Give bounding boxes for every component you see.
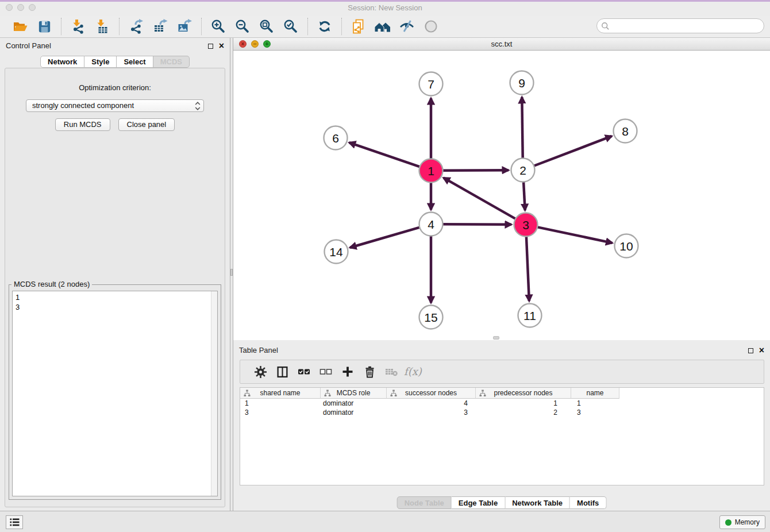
graph-edge-2-3[interactable] — [523, 182, 525, 210]
float-table-panel-icon[interactable] — [748, 348, 753, 353]
close-window-button[interactable] — [6, 4, 13, 11]
graph-edge-2-8[interactable] — [534, 136, 612, 166]
graph-edge-3-10[interactable] — [538, 227, 613, 242]
network-minimize-button[interactable]: – — [251, 40, 259, 48]
tab-motifs[interactable]: Motifs — [570, 496, 606, 509]
network-close-button[interactable]: × — [239, 40, 247, 48]
graph-node-7[interactable]: 7 — [419, 72, 443, 96]
column-header-name[interactable]: name — [571, 388, 619, 399]
graph-node-11[interactable]: 11 — [518, 304, 542, 327]
graph-node-3[interactable]: 3 — [514, 213, 538, 237]
optimization-criterion-select[interactable]: strongly connected component — [26, 99, 204, 112]
svg-text:3: 3 — [522, 218, 529, 232]
graph-edge-1-2[interactable] — [443, 170, 509, 171]
search-field[interactable] — [596, 18, 764, 33]
split-columns-button[interactable] — [271, 362, 293, 381]
table-cell[interactable]: 4 — [387, 399, 476, 408]
column-header-predecessor-nodes[interactable]: predecessor nodes — [476, 388, 571, 399]
tab-mcds[interactable]: MCDS — [153, 56, 190, 68]
run-mcds-button[interactable]: Run MCDS — [55, 118, 110, 131]
graph-edge-4-3[interactable] — [443, 224, 511, 225]
column-header-shared-name[interactable]: shared name — [240, 388, 321, 399]
table-row[interactable]: 1dominator411 — [240, 399, 764, 408]
zoom-in-button[interactable] — [206, 17, 230, 36]
tab-select[interactable]: Select — [117, 56, 153, 68]
hide-selected-button[interactable] — [395, 17, 419, 36]
close-panel-button[interactable]: Close panel — [118, 118, 175, 131]
checked-boxes-icon — [298, 366, 310, 377]
graph-edge-4-14[interactable] — [350, 228, 419, 248]
show-hidden-button[interactable] — [419, 17, 443, 36]
table-cell[interactable]: 1 — [240, 399, 321, 408]
clone-network-button[interactable] — [346, 17, 371, 36]
canvas-scrollbar-thumb[interactable] — [493, 336, 499, 340]
zoom-window-button[interactable] — [29, 4, 36, 11]
graph-node-6[interactable]: 6 — [324, 126, 348, 150]
control-panel-title: Control Panel — [6, 41, 51, 50]
titlebar: Session: New Session — [0, 2, 770, 16]
export-image-button[interactable] — [172, 17, 197, 36]
export-table-button[interactable] — [148, 17, 172, 36]
graph-node-2[interactable]: 2 — [511, 159, 535, 182]
table-cell[interactable]: 3 — [240, 408, 321, 417]
table-cell[interactable]: 2 — [476, 408, 571, 417]
table-cell[interactable]: 1 — [571, 399, 619, 408]
import-network-button[interactable] — [66, 17, 90, 36]
select-spinner-icon — [195, 102, 201, 114]
graph-node-9[interactable]: 9 — [510, 71, 534, 95]
table-tabs: Node TableEdge TableNetwork TableMotifs — [397, 496, 607, 509]
graph-node-10[interactable]: 10 — [615, 234, 638, 258]
optimization-criterion-value: strongly connected component — [32, 101, 134, 110]
network-window-titlebar[interactable]: × – + scc.txt — [233, 38, 770, 51]
search-icon — [601, 22, 610, 30]
float-panel-icon[interactable] — [208, 44, 213, 49]
network-maximize-button[interactable]: + — [263, 40, 271, 48]
first-neighbors-button[interactable] — [371, 17, 395, 36]
zoom-out-button[interactable] — [230, 17, 255, 36]
table-cell[interactable]: 3 — [387, 408, 476, 417]
deselect-all-columns-button[interactable] — [315, 362, 337, 381]
zoom-fit-button[interactable] — [255, 17, 279, 36]
add-column-button[interactable] — [337, 362, 359, 381]
save-session-button[interactable] — [32, 17, 56, 36]
result-scrollbar[interactable] — [211, 291, 217, 496]
node-table[interactable]: shared name MCDS role successor nodes pr… — [240, 387, 764, 485]
open-session-button[interactable] — [8, 17, 32, 36]
refresh-view-button[interactable] — [313, 17, 337, 36]
table-settings-button[interactable] — [249, 362, 271, 381]
graph-edge-3-1[interactable] — [444, 178, 515, 218]
graph-node-8[interactable]: 8 — [614, 119, 637, 143]
export-network-button[interactable] — [124, 17, 148, 36]
task-history-button[interactable] — [6, 515, 23, 529]
table-row[interactable]: 3dominator323 — [240, 408, 764, 417]
tab-network[interactable]: Network — [40, 56, 84, 68]
minimize-window-button[interactable] — [17, 4, 24, 11]
import-table-button[interactable] — [90, 17, 114, 36]
tab-style[interactable]: Style — [84, 56, 117, 68]
search-input[interactable] — [612, 20, 764, 32]
graph-node-4[interactable]: 4 — [419, 213, 443, 236]
select-all-columns-button[interactable] — [293, 362, 315, 381]
graph-node-14[interactable]: 14 — [325, 240, 348, 264]
tab-network-table[interactable]: Network Table — [505, 496, 570, 509]
close-panel-icon[interactable]: × — [219, 41, 224, 51]
graph-edge-1-6[interactable] — [349, 142, 419, 167]
column-header-successor-nodes[interactable]: successor nodes — [387, 388, 476, 399]
memory-button[interactable]: Memory — [719, 515, 765, 529]
close-table-panel-icon[interactable]: × — [759, 346, 764, 355]
graph-node-1[interactable]: 1 — [419, 159, 443, 183]
table-cell[interactable]: 1 — [476, 399, 571, 408]
table-cell[interactable]: 3 — [571, 408, 619, 417]
table-cell[interactable]: dominator — [321, 408, 387, 417]
network-canvas[interactable]: 7968124314101511 — [233, 51, 770, 340]
graph-node-15[interactable]: 15 — [419, 306, 443, 329]
column-hierarchy-icon — [390, 390, 397, 397]
graph-edge-3-11[interactable] — [526, 237, 529, 301]
graph-edge-2-9[interactable] — [522, 97, 522, 158]
column-header-MCDS-role[interactable]: MCDS role — [321, 388, 387, 399]
tab-edge-table[interactable]: Edge Table — [452, 496, 505, 509]
table-cell[interactable]: dominator — [321, 399, 387, 408]
delete-column-button[interactable] — [359, 362, 380, 381]
zoom-selected-button[interactable] — [279, 17, 303, 36]
tab-node-table[interactable]: Node Table — [397, 496, 452, 509]
